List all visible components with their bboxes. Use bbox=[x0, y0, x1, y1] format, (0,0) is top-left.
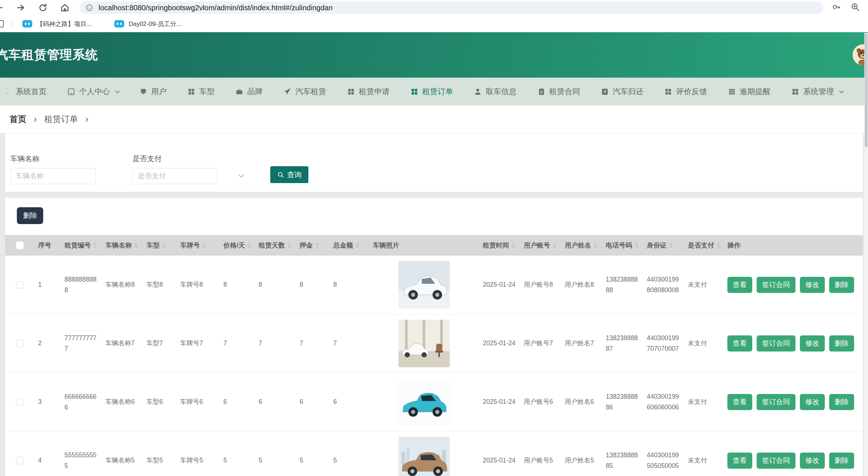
nav-item-rental[interactable]: 汽车租赁 bbox=[283, 86, 326, 97]
bookmark-1[interactable]: 【码神之路】项目... bbox=[22, 20, 92, 28]
grid-icon bbox=[410, 88, 419, 96]
cell-id-card: 440300199505050005 bbox=[643, 450, 684, 471]
nav-item-home[interactable]: 系统首页 bbox=[4, 86, 47, 97]
row-checkbox[interactable] bbox=[16, 281, 23, 289]
breadcrumb-current[interactable]: 租赁订单 bbox=[44, 114, 78, 125]
bookmark-2[interactable]: Day02-09-员工分... bbox=[114, 20, 182, 28]
column-header-label: 车牌号 bbox=[180, 241, 200, 250]
clipboard-icon bbox=[537, 88, 546, 96]
breadcrumb-home[interactable]: 首页 bbox=[10, 114, 26, 125]
row-checkbox[interactable] bbox=[16, 340, 23, 347]
bookmarks-bar: 【码神之路】项目... Day02-09-员工分... bbox=[0, 15, 868, 32]
edit-button[interactable]: 修改 bbox=[800, 453, 825, 469]
forward-icon[interactable] bbox=[16, 3, 26, 12]
view-button[interactable]: 查看 bbox=[727, 453, 752, 469]
cell-time: 2025-01-24 bbox=[479, 279, 520, 290]
home-icon[interactable] bbox=[60, 3, 70, 12]
cell-actions: 查看签订合同修改删除 bbox=[724, 335, 863, 352]
row-checkbox-cell bbox=[5, 398, 34, 406]
delete-button[interactable]: 删除 bbox=[829, 394, 854, 410]
sort-caret[interactable] bbox=[553, 243, 556, 248]
edit-button[interactable]: 修改 bbox=[800, 277, 825, 293]
cell-time: 2025-01-24 bbox=[479, 397, 520, 407]
sort-caret[interactable] bbox=[162, 243, 166, 248]
sidebar-icon[interactable] bbox=[0, 20, 4, 27]
scrollbar-track[interactable] bbox=[864, 33, 868, 476]
column-header-label: 总金额 bbox=[333, 241, 353, 250]
password-key-icon[interactable] bbox=[831, 2, 841, 12]
reload-icon[interactable] bbox=[38, 3, 48, 12]
grid-icon bbox=[187, 88, 196, 96]
delete-button[interactable]: 删除 bbox=[829, 335, 854, 352]
sort-caret[interactable] bbox=[356, 243, 359, 248]
sign-contract-button[interactable]: 签订合同 bbox=[757, 453, 795, 469]
sign-contract-button[interactable]: 签订合同 bbox=[757, 335, 795, 352]
cell-total: 6 bbox=[330, 397, 369, 407]
zoom-in-icon[interactable] bbox=[850, 2, 860, 12]
nav-item-orders[interactable]: 租赁订单 bbox=[410, 86, 453, 97]
query-button[interactable]: 查询 bbox=[270, 166, 308, 183]
cell-rent-no: 6666666666 bbox=[61, 391, 102, 413]
sort-caret[interactable] bbox=[512, 243, 515, 248]
table-row: 27777777777车辆名称7车型7车牌号777772025-01-24用户账… bbox=[5, 314, 863, 373]
nav-item-models[interactable]: 车型 bbox=[187, 86, 215, 97]
view-button[interactable]: 查看 bbox=[727, 394, 752, 410]
nav-item-profile[interactable]: 个人中心 bbox=[67, 86, 118, 97]
column-header-label: 租赁时间 bbox=[483, 241, 509, 250]
browser-toolbar: localhost:8080/springbootswg2vlom/admin/… bbox=[0, 0, 868, 15]
sort-caret[interactable] bbox=[134, 243, 138, 248]
select-all-checkbox[interactable] bbox=[16, 242, 23, 249]
delete-selected-button[interactable]: 删除 bbox=[17, 207, 43, 224]
nav-item-reminder[interactable]: 逾期提醒 bbox=[728, 86, 771, 97]
nav-item-system[interactable]: 系统管理 bbox=[791, 86, 842, 97]
column-header-label: 操作 bbox=[727, 241, 741, 250]
cell-total: 5 bbox=[330, 455, 369, 466]
scrollbar-thumb[interactable] bbox=[865, 34, 868, 147]
url-text: localhost:8080/springbootswg2vlom/admin/… bbox=[99, 4, 333, 12]
sort-caret[interactable] bbox=[93, 243, 97, 248]
sort-caret[interactable] bbox=[248, 243, 251, 248]
nav-item-pickup[interactable]: 取车信息 bbox=[474, 86, 516, 97]
sort-caret[interactable] bbox=[315, 243, 319, 248]
sort-caret[interactable] bbox=[594, 243, 597, 248]
nav-item-label: 租赁订单 bbox=[422, 86, 453, 97]
view-button[interactable]: 查看 bbox=[727, 335, 752, 352]
row-checkbox[interactable] bbox=[16, 398, 23, 406]
cell-vehicle-photo bbox=[369, 437, 479, 476]
column-header-label: 租赁天数 bbox=[259, 241, 285, 250]
back-icon[interactable] bbox=[0, 3, 4, 12]
sort-caret[interactable] bbox=[635, 243, 638, 248]
sort-caret[interactable] bbox=[717, 243, 720, 248]
briefcase-icon bbox=[235, 88, 244, 96]
nav-item-contracts[interactable]: 租赁合同 bbox=[537, 86, 580, 97]
cell-price: 7 bbox=[220, 338, 255, 349]
edit-button[interactable]: 修改 bbox=[800, 394, 825, 410]
sort-caret[interactable] bbox=[288, 243, 291, 248]
view-button[interactable]: 查看 bbox=[727, 277, 752, 293]
nav-item-returns[interactable]: 汽车归还 bbox=[601, 86, 643, 97]
nav-item-label: 品牌 bbox=[247, 86, 263, 97]
sign-contract-button[interactable]: 签订合同 bbox=[757, 277, 795, 293]
card-icon bbox=[67, 88, 75, 96]
sort-caret[interactable] bbox=[669, 243, 673, 248]
delete-button[interactable]: 删除 bbox=[829, 277, 854, 293]
nav-item-apply[interactable]: 租赁申请 bbox=[347, 86, 390, 97]
nav-item-users[interactable]: 用户 bbox=[139, 86, 167, 97]
nav-item-label: 逾期提醒 bbox=[740, 86, 771, 97]
nav-item-feedback[interactable]: 评价反馈 bbox=[664, 86, 707, 97]
chevron-down-icon[interactable] bbox=[238, 172, 244, 178]
cell-id-card: 440300199808080008 bbox=[643, 274, 684, 295]
cell-deposit: 6 bbox=[296, 397, 330, 407]
nav-item-brands[interactable]: 品牌 bbox=[235, 86, 263, 97]
pay-status-select[interactable] bbox=[132, 168, 218, 184]
cell-days: 8 bbox=[255, 279, 296, 290]
sign-contract-button[interactable]: 签订合同 bbox=[757, 394, 795, 410]
url-bar[interactable]: localhost:8080/springbootswg2vlom/admin/… bbox=[79, 1, 823, 14]
grid-icon bbox=[664, 88, 672, 96]
vehicle-name-input[interactable] bbox=[10, 168, 96, 184]
info-icon[interactable] bbox=[85, 4, 93, 12]
delete-button[interactable]: 删除 bbox=[829, 453, 854, 469]
edit-button[interactable]: 修改 bbox=[800, 335, 825, 352]
row-checkbox[interactable] bbox=[16, 457, 23, 464]
sort-caret[interactable] bbox=[203, 243, 206, 248]
